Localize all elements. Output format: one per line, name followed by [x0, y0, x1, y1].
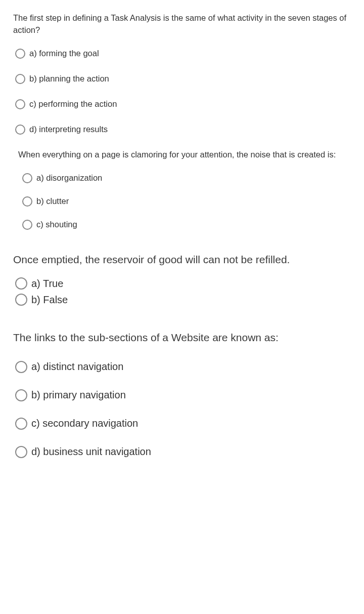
option-label: a) distinct navigation	[31, 361, 123, 373]
option-label: b) clutter	[36, 196, 69, 206]
question-prompt: The first step in defining a Task Analys…	[13, 12, 351, 36]
option-label: c) shouting	[36, 220, 77, 229]
radio-icon	[15, 446, 27, 458]
radio-icon	[15, 99, 25, 109]
option-label: a) disorganization	[36, 173, 102, 183]
option-label: a) forming the goal	[29, 49, 99, 58]
option-c[interactable]: c) shouting	[22, 220, 351, 230]
question-prompt: Once emptied, the reservoir of good will…	[13, 252, 351, 267]
options-list: a) forming the goal b) planning the acti…	[13, 49, 351, 135]
radio-icon	[15, 389, 27, 401]
option-d[interactable]: d) business unit navigation	[15, 446, 351, 458]
radio-icon	[22, 196, 32, 207]
options-list: a) distinct navigation b) primary naviga…	[13, 361, 351, 458]
question-block-4: The links to the sub-sections of a Websi…	[13, 330, 351, 458]
option-a[interactable]: a) forming the goal	[15, 49, 351, 59]
question-prompt: The links to the sub-sections of a Websi…	[13, 330, 351, 345]
radio-icon	[15, 277, 27, 290]
option-c[interactable]: c) secondary navigation	[15, 418, 351, 430]
radio-icon	[15, 418, 27, 430]
option-b[interactable]: b) planning the action	[15, 74, 351, 84]
question-block-3: Once emptied, the reservoir of good will…	[13, 252, 351, 306]
options-list: a) True b) False	[13, 277, 351, 306]
option-label: c) secondary navigation	[31, 418, 138, 429]
radio-icon	[15, 74, 25, 84]
radio-icon	[22, 220, 32, 230]
options-list: a) disorganization b) clutter c) shoutin…	[18, 173, 351, 230]
radio-icon	[15, 294, 27, 306]
option-label: b) planning the action	[29, 74, 109, 84]
option-a[interactable]: a) True	[15, 277, 351, 290]
option-label: a) True	[31, 278, 63, 290]
option-label: b) False	[31, 294, 68, 306]
option-label: c) performing the action	[29, 99, 117, 109]
question-block-1: The first step in defining a Task Analys…	[13, 12, 351, 135]
question-block-2: When everything on a page is clamoring f…	[13, 149, 351, 230]
radio-icon	[22, 173, 32, 183]
option-d[interactable]: d) interpreting results	[15, 125, 351, 135]
option-a[interactable]: a) disorganization	[22, 173, 351, 183]
radio-icon	[15, 49, 25, 59]
option-b[interactable]: b) False	[15, 294, 351, 306]
option-label: d) interpreting results	[29, 125, 108, 134]
option-label: d) business unit navigation	[31, 446, 151, 458]
radio-icon	[15, 361, 27, 373]
option-c[interactable]: c) performing the action	[15, 99, 351, 109]
question-prompt: When everything on a page is clamoring f…	[18, 149, 351, 161]
option-b[interactable]: b) primary navigation	[15, 389, 351, 401]
quiz-container: The first step in defining a Task Analys…	[0, 0, 364, 470]
option-b[interactable]: b) clutter	[22, 196, 351, 207]
option-a[interactable]: a) distinct navigation	[15, 361, 351, 373]
option-label: b) primary navigation	[31, 389, 126, 401]
radio-icon	[15, 125, 25, 135]
